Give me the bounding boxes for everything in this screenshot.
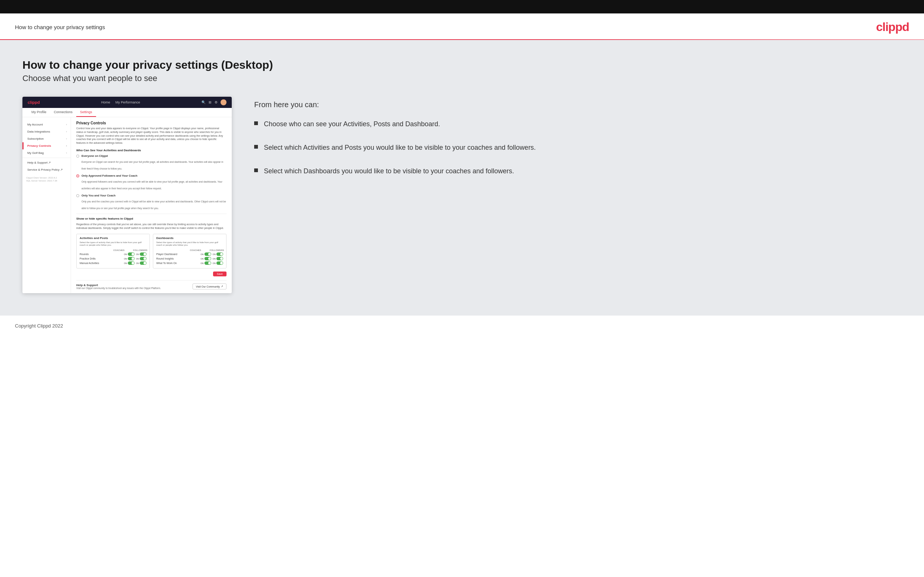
- avatar[interactable]: [221, 99, 226, 105]
- sidebar-item-data-integrations[interactable]: Data Integrations ›: [23, 128, 71, 135]
- bullet-text-1: Choose who can see your Activities, Post…: [264, 119, 440, 129]
- chevron-right-icon: ›: [66, 123, 67, 126]
- sidebar-item-help[interactable]: Help & Support ↗: [23, 159, 71, 166]
- dashboards-card-title: Dashboards: [156, 236, 223, 240]
- toggle-switch-drills-coaches[interactable]: [128, 257, 134, 260]
- bullet-section: From here you can: Choose who can see yo…: [254, 97, 901, 176]
- bullet-item-2: Select which Activities and Posts you wo…: [254, 143, 901, 152]
- subnav-myprofile[interactable]: My Profile: [27, 108, 50, 117]
- toggle-switch-playerdash-coaches[interactable]: [204, 253, 211, 256]
- dashboards-card-desc: Select the types of activity that you'd …: [156, 241, 223, 247]
- toggle-switch-playerdash-followers[interactable]: [216, 253, 223, 256]
- round-insights-followers-toggle[interactable]: ON: [213, 257, 223, 260]
- dashboards-headers: COACHES FOLLOWERS: [156, 249, 223, 251]
- who-can-see-title: Who Can See Your Activities and Dashboar…: [76, 148, 226, 152]
- sidebar-item-subscription[interactable]: Subscription ›: [23, 135, 71, 142]
- sidebar-item-account[interactable]: My Account ›: [23, 121, 71, 128]
- what-to-work-followers-toggle[interactable]: ON: [213, 261, 223, 265]
- help-section: Help & Support Visit our Clippd communit…: [76, 280, 226, 289]
- bullet-text-3: Select which Dashboards you would like t…: [264, 166, 514, 176]
- header-title: How to change your privacy settings: [15, 24, 105, 30]
- radio-desc-everyone: Everyone on Clippd can search for you an…: [81, 161, 223, 170]
- footer-text: Copyright Clippd 2022: [15, 323, 63, 329]
- round-insights-coaches-toggle[interactable]: ON: [201, 257, 211, 260]
- radio-followers[interactable]: Only Approved Followers and Your Coach O…: [76, 174, 226, 191]
- radio-circle-followers[interactable]: [76, 174, 79, 177]
- settings-icon[interactable]: ⚙: [215, 100, 218, 104]
- manual-coaches-toggle[interactable]: ON: [124, 261, 134, 265]
- visit-community-button[interactable]: Visit Our Community ↗: [192, 284, 226, 289]
- followers-label: FOLLOWERS: [133, 249, 147, 251]
- search-icon[interactable]: 🔍: [202, 100, 205, 104]
- header: How to change your privacy settings clip…: [0, 13, 924, 39]
- top-bar: [0, 0, 924, 13]
- chevron-right-icon: ›: [66, 145, 67, 147]
- bullet-square-1: [254, 121, 258, 125]
- toggle-switch-manual-followers[interactable]: [140, 261, 147, 265]
- toggle-switch-rounds-followers[interactable]: [140, 253, 147, 256]
- activities-card-desc: Select the types of activity that you'd …: [80, 241, 147, 247]
- save-button[interactable]: Save: [213, 271, 226, 276]
- radio-desc-coach: Only you and the coaches you connect wit…: [81, 200, 226, 210]
- bullet-square-2: [254, 145, 258, 148]
- app-divider: [76, 214, 226, 214]
- nav-link-performance[interactable]: My Performance: [115, 100, 140, 104]
- activities-card-title: Activities and Posts: [80, 236, 147, 240]
- toggle-switch-roundinsights-coaches[interactable]: [204, 257, 211, 260]
- external-link-icon: ↗: [221, 285, 223, 288]
- app-nav-logo: clippd: [27, 100, 40, 105]
- what-to-work-coaches-toggle[interactable]: ON: [201, 261, 211, 265]
- dashboards-card: Dashboards Select the types of activity …: [153, 234, 226, 269]
- logo: clippd: [876, 20, 909, 34]
- main-content: How to change your privacy settings (Des…: [0, 40, 924, 316]
- toggle-row-drills: Practice Drills ON ON: [80, 257, 147, 260]
- section-desc: Control how you and your data appears to…: [76, 127, 226, 145]
- activities-card: Activities and Posts Select the types of…: [76, 234, 150, 269]
- app-nav-icons: 🔍 ⊞ ⚙: [202, 99, 226, 105]
- bullet-intro: From here you can:: [254, 100, 901, 109]
- toggle-switch-rounds-coaches[interactable]: [128, 253, 134, 256]
- app-sidebar: My Account › Data Integrations › Subscri…: [23, 117, 71, 293]
- radio-circle-everyone[interactable]: [76, 155, 79, 158]
- subnav-settings[interactable]: Settings: [76, 108, 96, 117]
- radio-coach-only[interactable]: Only You and Your Coach Only you and the…: [76, 194, 226, 211]
- sidebar-item-privacy-policy[interactable]: Service & Privacy Policy ↗: [23, 166, 71, 173]
- nav-link-home[interactable]: Home: [101, 100, 110, 104]
- grid-icon[interactable]: ⊞: [208, 100, 212, 104]
- toggle-row-what-to-work: What To Work On ON ON: [156, 261, 223, 265]
- app-nav: clippd Home My Performance 🔍 ⊞ ⚙: [23, 97, 232, 108]
- help-title: Help & Support: [76, 284, 161, 287]
- help-desc: Visit our Clippd community to troublesho…: [76, 287, 161, 289]
- followers-label-d: FOLLOWERS: [210, 249, 223, 251]
- manual-followers-toggle[interactable]: ON: [136, 261, 147, 265]
- drills-followers-toggle[interactable]: ON: [136, 257, 147, 260]
- toggle-switch-drills-followers[interactable]: [140, 257, 147, 260]
- save-row: Save: [76, 271, 226, 276]
- toggle-switch-whattowork-followers[interactable]: [216, 261, 223, 265]
- radio-label-everyone: Everyone on Clippd: [81, 154, 226, 158]
- drills-coaches-toggle[interactable]: ON: [124, 257, 134, 260]
- radio-circle-coach[interactable]: [76, 194, 79, 197]
- chevron-right-icon: ›: [66, 131, 67, 133]
- player-dash-coaches-toggle[interactable]: ON: [201, 253, 211, 256]
- player-dash-followers-toggle[interactable]: ON: [213, 253, 223, 256]
- page-heading: How to change your privacy settings (Des…: [23, 59, 901, 71]
- radio-label-coach: Only You and Your Coach: [81, 194, 226, 197]
- toggle-switch-roundinsights-followers[interactable]: [216, 257, 223, 260]
- toggle-row-manual: Manual Activities ON ON: [80, 261, 147, 265]
- coaches-label: COACHES: [112, 249, 126, 251]
- sidebar-item-privacy[interactable]: Privacy Controls ›: [23, 142, 71, 149]
- activities-headers: COACHES FOLLOWERS: [80, 249, 147, 251]
- sidebar-item-golfbag[interactable]: My Golf Bag ›: [23, 149, 71, 156]
- rounds-followers-toggle[interactable]: ON: [136, 253, 147, 256]
- coaches-label-d: COACHES: [189, 249, 202, 251]
- toggle-switch-manual-coaches[interactable]: [128, 261, 134, 265]
- subnav-connections[interactable]: Connections: [50, 108, 76, 117]
- bullet-square-3: [254, 168, 258, 172]
- rounds-coaches-toggle[interactable]: ON: [124, 253, 134, 256]
- bullet-item-3: Select which Dashboards you would like t…: [254, 166, 901, 176]
- radio-desc-followers: Only approved followers and coaches you …: [81, 181, 222, 190]
- screenshot-mockup: clippd Home My Performance 🔍 ⊞ ⚙ My Prof…: [23, 97, 232, 293]
- toggle-switch-whattowork-coaches[interactable]: [204, 261, 211, 265]
- radio-everyone[interactable]: Everyone on Clippd Everyone on Clippd ca…: [76, 154, 226, 171]
